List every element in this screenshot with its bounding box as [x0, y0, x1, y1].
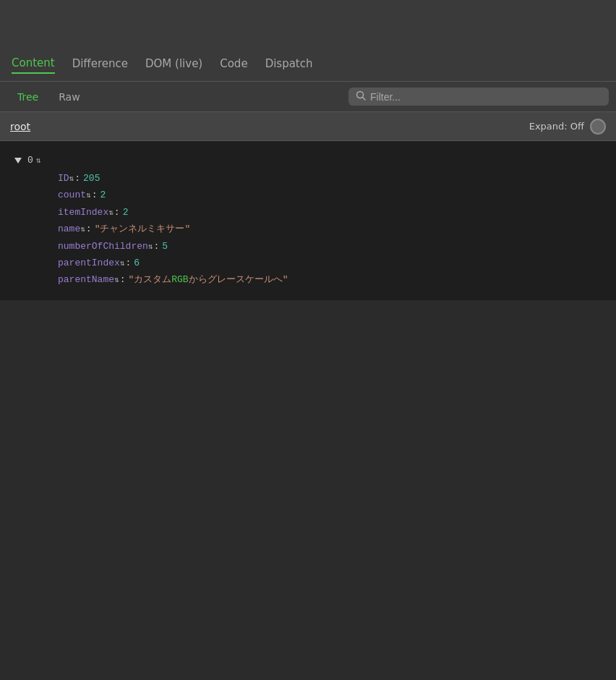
prop-colon-parentname: : [120, 271, 126, 288]
prop-value-count: 2 [100, 187, 106, 203]
tab-bar: Content Difference DOM (live) Code Dispa… [0, 46, 616, 82]
prop-colon-parentindex: : [125, 255, 131, 271]
prop-colon-id: : [74, 170, 80, 187]
search-icon [356, 90, 366, 103]
prop-value-parentindex: 6 [134, 255, 140, 271]
prop-value-itemindex: 2 [123, 204, 129, 221]
toggle-circle[interactable] [590, 119, 606, 135]
prop-value-parentname-suffix: からグレースケールへ" [189, 271, 288, 288]
filter-input[interactable] [370, 91, 602, 103]
prop-name: name ⇅ : "チャンネルミキサー" [58, 221, 616, 237]
tab-content[interactable]: Content [12, 54, 55, 74]
prop-colon-count: : [92, 187, 98, 203]
sort-icon-parentindex[interactable]: ⇅ [120, 257, 125, 271]
prop-colon-numchildren: : [153, 238, 159, 255]
expand-control: Expand: Off [529, 119, 606, 135]
top-bar [0, 0, 616, 46]
tree-props: ID ⇅ : 205 count ⇅ : 2 itemIndex ⇅ : 2 n… [14, 170, 616, 289]
svg-line-1 [363, 98, 366, 101]
root-bar: root Expand: Off [0, 112, 616, 141]
prop-colon-itemindex: : [114, 204, 120, 221]
prop-itemindex: itemIndex ⇅ : 2 [58, 204, 616, 221]
prop-key-numchildren: numberOfChildren [58, 238, 148, 255]
prop-parentindex: parentIndex ⇅ : 6 [58, 255, 616, 271]
prop-key-id: ID [58, 170, 69, 187]
sort-icon-parentname[interactable]: ⇅ [114, 273, 119, 288]
prop-value-parentname-prefix: "カスタム [128, 271, 171, 288]
prop-key-count: count [58, 187, 86, 203]
prop-value-numchildren: 5 [162, 238, 168, 255]
sort-icon-root[interactable]: ⇅ [36, 154, 41, 168]
tab-code[interactable]: Code [220, 54, 247, 73]
tree-root-line: 0 ⇅ [14, 153, 616, 169]
prop-key-parentindex: parentIndex [58, 255, 120, 271]
triangle-down-icon [14, 158, 22, 163]
prop-value-parentname-rgb: RGB [171, 271, 188, 288]
prop-count: count ⇅ : 2 [58, 187, 616, 203]
subtab-bar: Tree Raw [0, 82, 616, 112]
sort-icon-count[interactable]: ⇅ [86, 189, 91, 203]
prop-colon-name: : [86, 221, 92, 237]
subtab-tree[interactable]: Tree [7, 87, 48, 107]
prop-numchildren: numberOfChildren ⇅ : 5 [58, 238, 616, 255]
root-index: 0 [27, 153, 33, 169]
prop-id: ID ⇅ : 205 [58, 170, 616, 187]
filter-box [348, 88, 609, 106]
prop-key-itemindex: itemIndex [58, 204, 108, 221]
tab-dom-live[interactable]: DOM (live) [145, 54, 202, 73]
tab-dispatch[interactable]: Dispatch [265, 54, 313, 73]
prop-key-parentname: parentName [58, 271, 114, 288]
expand-label: Expand: Off [529, 121, 584, 132]
sort-icon-id[interactable]: ⇅ [69, 172, 74, 187]
root-label[interactable]: root [10, 121, 30, 132]
tab-difference[interactable]: Difference [72, 54, 128, 73]
sort-icon-itemindex[interactable]: ⇅ [108, 206, 114, 221]
content-area: 0 ⇅ ID ⇅ : 205 count ⇅ : 2 itemIndex ⇅ :… [0, 141, 616, 300]
sort-icon-name[interactable]: ⇅ [80, 223, 85, 237]
prop-key-name: name [58, 221, 80, 237]
prop-parentname: parentName ⇅ : "カスタム RGB からグレースケールへ" [58, 271, 616, 288]
prop-value-name: "チャンネルミキサー" [95, 221, 191, 237]
sort-icon-numchildren[interactable]: ⇅ [148, 240, 153, 255]
subtab-raw[interactable]: Raw [48, 87, 90, 107]
prop-value-id: 205 [83, 170, 100, 187]
